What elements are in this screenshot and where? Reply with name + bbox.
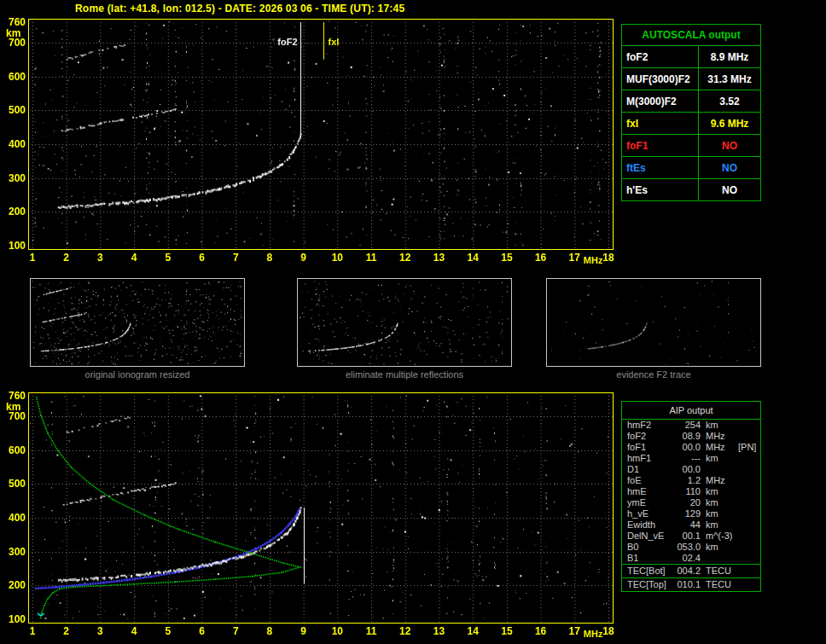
parameter-value: 02.4 — [672, 553, 704, 564]
parameter-extra — [736, 542, 760, 553]
parameter-extra — [736, 431, 760, 442]
parameter-label: B0 — [627, 542, 672, 553]
parameter-value: 053.0 — [672, 542, 704, 553]
parameter-unit — [704, 464, 736, 475]
table-row-hmE: hmE 110 km — [622, 486, 760, 497]
aip-panel-title: AIP output — [622, 402, 760, 420]
parameter-extra — [736, 531, 760, 542]
parameter-label: TEC[Bot] — [627, 565, 672, 577]
parameter-extra — [736, 497, 760, 508]
table-row-DelN-vE: DelN_vE 00.1 m^(-3) — [622, 531, 760, 542]
parameter-extra: [PN] — [736, 442, 760, 453]
table-row-hmF2: hmF2 254 km — [622, 420, 760, 431]
parameter-unit: km — [704, 486, 736, 497]
table-row-TEC-bottom: TEC[Bot] 004.2 TECU — [622, 564, 760, 577]
parameter-label: MUF(3000)F2 — [622, 68, 699, 90]
table-row-hmF1: hmF1 --- km — [622, 453, 760, 464]
parameter-unit — [704, 553, 736, 564]
parameter-label: foF2 — [622, 46, 699, 67]
parameter-label: fxI — [622, 113, 699, 134]
thumbnail-caption: original ionogram resized — [30, 369, 245, 380]
parameter-extra — [736, 464, 760, 475]
parameter-value: NO — [699, 179, 760, 200]
parameter-unit: m^(-3) — [704, 531, 736, 542]
table-row-foF1: foF1 NO — [622, 135, 760, 157]
table-row-foF2: foF2 08.9 MHz — [622, 431, 760, 442]
parameter-unit: MHz — [704, 431, 736, 442]
parameter-value: 08.9 — [672, 431, 704, 442]
thumbnail-canvas — [31, 279, 244, 366]
parameter-unit: TECU — [704, 565, 736, 577]
parameter-label: Ewidth — [627, 519, 672, 531]
table-row-ymE: ymE 20 km — [622, 497, 760, 508]
thumbnail-canvas — [298, 279, 511, 366]
parameter-value: 8.9 MHz — [699, 46, 760, 67]
table-row-TEC-top: TEC[Top] 010.1 TECU — [622, 577, 760, 591]
table-row-fxI: fxI 9.6 MHz — [622, 113, 760, 135]
parameter-extra — [736, 475, 760, 486]
table-row-foF1: foF1 00.0 MHz [PN] — [622, 442, 760, 453]
autoscala-output-panel: AUTOSCALA output foF2 8.9 MHz MUF(3000)F… — [621, 24, 761, 201]
parameter-extra — [736, 453, 760, 464]
parameter-unit: km — [704, 420, 736, 431]
parameter-value: 010.1 — [672, 578, 704, 591]
table-row-MUF3000F2: MUF(3000)F2 31.3 MHz — [622, 68, 760, 90]
parameter-label: hmF1 — [627, 453, 672, 464]
parameter-extra — [736, 486, 760, 497]
parameter-value: 1.2 — [672, 475, 704, 486]
parameter-value: NO — [699, 135, 760, 156]
ionogram-plot-canvas — [0, 12, 623, 268]
parameter-unit: km — [704, 508, 736, 519]
parameter-unit: km — [704, 542, 736, 553]
table-row-foF2: foF2 8.9 MHz — [622, 46, 760, 68]
parameter-value: --- — [672, 453, 704, 464]
parameter-value: 00.0 — [672, 464, 704, 475]
parameter-value: 31.3 MHz — [699, 68, 760, 90]
parameter-unit: km — [704, 453, 736, 464]
parameter-value: 129 — [672, 508, 704, 519]
parameter-extra — [736, 508, 760, 519]
parameter-unit: km — [704, 519, 736, 531]
parameter-label: foE — [627, 475, 672, 486]
parameter-unit: km — [704, 497, 736, 508]
table-row-M3000F2: M(3000)F2 3.52 — [622, 90, 760, 113]
table-row-B0: B0 053.0 km — [622, 542, 760, 553]
parameter-value: 110 — [672, 486, 704, 497]
table-row-ftEs: ftEs NO — [622, 157, 760, 179]
parameter-unit: MHz — [704, 442, 736, 453]
thumbnail-canvas — [547, 279, 760, 366]
parameter-label: B1 — [627, 553, 672, 564]
profile-plot-canvas — [0, 386, 623, 643]
table-row-foE: foE 1.2 MHz — [622, 475, 760, 486]
table-row-hEs: h'Es NO — [622, 179, 760, 200]
parameter-extra — [736, 519, 760, 531]
parameter-value: 00.1 — [672, 531, 704, 542]
parameter-label: foF2 — [627, 431, 672, 442]
table-row-Ewidth: Ewidth 44 km — [622, 519, 760, 531]
autoscala-panel-title: AUTOSCALA output — [622, 25, 760, 46]
table-row-hvE: h_vE 129 km — [622, 508, 760, 519]
parameter-label: h_vE — [627, 508, 672, 519]
parameter-label: ymE — [627, 497, 672, 508]
parameter-label: D1 — [627, 464, 672, 475]
aip-output-panel: AIP output hmF2 254 km foF2 08.9 MHz foF… — [621, 401, 761, 592]
parameter-label: h'Es — [622, 179, 699, 200]
parameter-value: 9.6 MHz — [699, 113, 760, 134]
parameter-value: 00.0 — [672, 442, 704, 453]
parameter-value: 20 — [672, 497, 704, 508]
parameter-value: 004.2 — [672, 565, 704, 577]
parameter-extra — [736, 420, 760, 431]
parameter-label: ftEs — [622, 157, 699, 178]
table-row-B1: B1 02.4 — [622, 553, 760, 564]
parameter-label: DelN_vE — [627, 531, 672, 542]
parameter-label: foF1 — [627, 442, 672, 453]
parameter-label: foF1 — [622, 135, 699, 156]
parameter-label: hmF2 — [627, 420, 672, 431]
parameter-label: M(3000)F2 — [622, 90, 699, 112]
thumbnail-multiple-reflections-removed — [297, 278, 512, 367]
parameter-label: hmE — [627, 486, 672, 497]
parameter-value: 254 — [672, 420, 704, 431]
thumbnail-caption: evidence F2 trace — [546, 369, 761, 380]
autoscala-app-window: { "header": { "title": "Rome (lat: +41.8… — [0, 0, 826, 644]
parameter-unit: MHz — [704, 475, 736, 486]
